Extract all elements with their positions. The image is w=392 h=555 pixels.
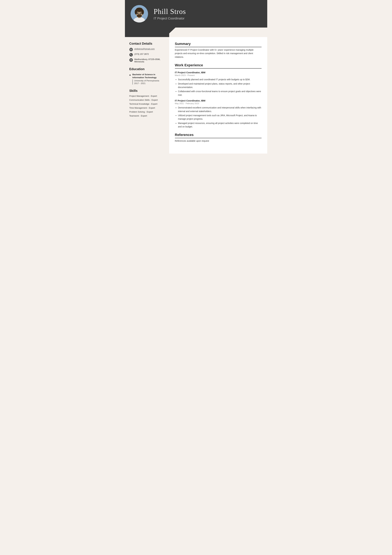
svg-point-13 bbox=[140, 13, 141, 14]
references-title: References bbox=[175, 133, 262, 138]
contact-section: Contact Details phillstros@gmail.com bbox=[129, 42, 165, 63]
main-content: Summary Experienced IT Project Coordinat… bbox=[169, 37, 267, 153]
skills-section: Skills Project Management - Expert Commu… bbox=[129, 89, 165, 117]
svg-point-6 bbox=[135, 9, 137, 15]
job-1-bullet-2: Developed and maintained project plans, … bbox=[178, 82, 262, 89]
candidate-title: IT Project Coordinator bbox=[154, 17, 186, 20]
email-value[interactable]: phillstros@gmail.com bbox=[134, 48, 155, 50]
job-2-dates: May 2021 - February 2023 bbox=[175, 102, 262, 105]
location-item: Medhurstbury, 87235-0596, Minnesota bbox=[129, 58, 165, 63]
email-icon bbox=[129, 48, 133, 51]
resume-header: Phill Stros IT Project Coordinator bbox=[125, 0, 267, 28]
skill-item-4: Time Management - Expert bbox=[129, 107, 165, 109]
job-1-bullets: Successfully planned and coordinated IT … bbox=[175, 78, 262, 97]
job-1-bullet-3: Collaborated with cross-functional teams… bbox=[178, 90, 262, 97]
address-value: Medhurstbury, 87235-0596, Minnesota bbox=[134, 58, 161, 63]
references-text: References available upon request bbox=[175, 139, 262, 143]
email-item: phillstros@gmail.com bbox=[129, 48, 165, 51]
phone-item: (373) 157 2872 bbox=[129, 53, 165, 57]
header-text: Phill Stros IT Project Coordinator bbox=[154, 7, 186, 20]
skill-item-2: Communication Skills - Expert bbox=[129, 99, 165, 101]
sidebar: Contact Details phillstros@gmail.com bbox=[125, 37, 169, 153]
education-title: Education bbox=[129, 67, 165, 71]
education-item: ● Bachelor of Science in Information Tec… bbox=[129, 73, 165, 85]
skill-item-5: Problem Solving - Expert bbox=[129, 111, 165, 113]
work-experience-section: Work Experience IT Project Coordinator, … bbox=[175, 63, 262, 128]
avatar-wrap bbox=[131, 5, 148, 22]
job-2-bullets: Demonstrated excellent communication and… bbox=[175, 106, 262, 128]
candidate-name: Phill Stros bbox=[154, 7, 186, 16]
phone-icon bbox=[129, 53, 133, 57]
main-layout: Contact Details phillstros@gmail.com bbox=[125, 37, 267, 153]
job-1-dates: March 2023 - Present bbox=[175, 74, 262, 76]
skill-item-3: Technical Knowledge - Expert bbox=[129, 103, 165, 105]
phone-value: (373) 157 2872 bbox=[134, 53, 149, 55]
job-2-title: IT Project Coordinator, IBM bbox=[175, 99, 262, 102]
edu-details: University of Pennsylvania 2017 - 2021 bbox=[132, 80, 165, 85]
skill-item-1: Project Management - Expert bbox=[129, 95, 165, 97]
edu-bullet-icon: ● bbox=[129, 74, 131, 85]
edu-content: Bachelor of Science in Information Techn… bbox=[132, 73, 165, 85]
job-1-title: IT Project Coordinator, IBM bbox=[175, 71, 262, 74]
svg-point-7 bbox=[141, 9, 144, 15]
svg-point-8 bbox=[137, 14, 142, 17]
svg-rect-14 bbox=[130, 49, 132, 50]
skill-item-6: Teamwork - Expert bbox=[129, 115, 165, 117]
work-experience-title: Work Experience bbox=[175, 63, 262, 69]
svg-point-15 bbox=[131, 59, 131, 60]
avatar bbox=[131, 5, 148, 22]
chevron-divider bbox=[125, 28, 267, 37]
contact-title: Contact Details bbox=[129, 42, 165, 45]
job-2-bullet-3: Managed project resources, ensuring all … bbox=[178, 121, 262, 129]
summary-title: Summary bbox=[175, 42, 262, 47]
summary-text: Experienced IT Project Coordinator with … bbox=[175, 48, 262, 59]
svg-point-12 bbox=[137, 13, 138, 14]
job-2-bullet-2: Utilized project management tools such a… bbox=[178, 114, 262, 121]
skills-title: Skills bbox=[129, 89, 165, 93]
summary-section: Summary Experienced IT Project Coordinat… bbox=[175, 42, 262, 59]
location-icon bbox=[129, 58, 133, 62]
job-1-bullet-1: Successfully planned and coordinated IT … bbox=[178, 78, 262, 81]
edu-degree: Bachelor of Science in Information Techn… bbox=[132, 73, 165, 79]
education-section: Education ● Bachelor of Science in Infor… bbox=[129, 67, 165, 85]
edu-school: University of Pennsylvania bbox=[134, 80, 165, 82]
job-2-bullet-1: Demonstrated excellent communication and… bbox=[178, 106, 262, 113]
edu-years: 2017 - 2021 bbox=[134, 82, 165, 85]
references-section: References References available upon req… bbox=[175, 133, 262, 143]
